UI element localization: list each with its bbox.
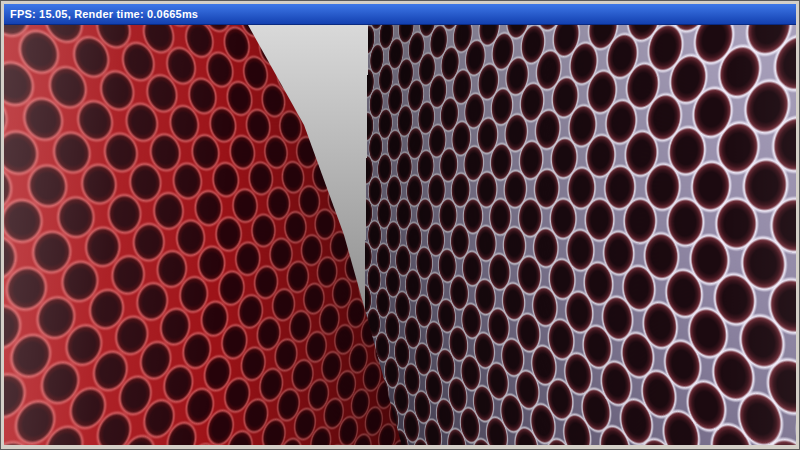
app-window: FPS: 15.05, Render time: 0.0665ms: [0, 0, 800, 450]
window-title: FPS: 15.05, Render time: 0.0665ms: [10, 8, 198, 20]
perforated-wall-right: [362, 25, 796, 445]
render-viewport[interactable]: [4, 25, 796, 445]
title-bar[interactable]: FPS: 15.05, Render time: 0.0665ms: [4, 4, 796, 25]
